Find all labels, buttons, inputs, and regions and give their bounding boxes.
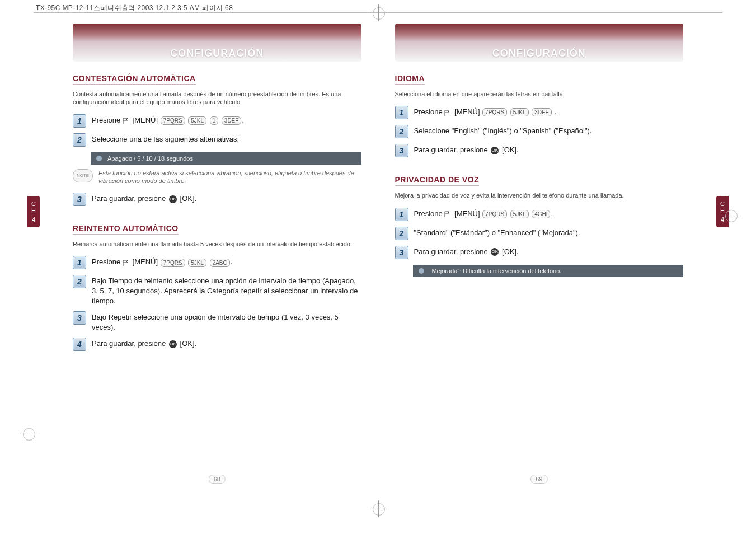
section-desc: Selecciona el idioma en que aparecerán l… (395, 90, 684, 98)
step-text-frag: Para guardar, presione (92, 194, 166, 203)
step-number-icon: 1 (395, 208, 408, 221)
step-text: Presione [MENÚ] 7PQRS 5JKL 1 3DEF. (92, 114, 244, 125)
crop-mark-bottom (370, 500, 387, 517)
step-row: 3 Para guardar, presione OK [OK]. (395, 144, 684, 157)
banner-left: CONFIGURACIÓN (73, 24, 361, 62)
option-text: Apagado / 5 / 10 / 18 segundos (107, 155, 193, 162)
note-text: Esta función no estará activa si selecci… (98, 169, 361, 185)
page-number-left: 68 (209, 475, 226, 484)
step-text: Para guardar, presione OK [OK]. (414, 246, 519, 257)
section-title-auto-answer: CONTESTACIÓN AUTOMÁTICA (73, 74, 196, 85)
section-title-auto-retry: REINTENTO AUTOMÁTICO (73, 224, 179, 235)
step-number-icon: 2 (395, 227, 408, 240)
keycap: 4GHI (532, 210, 550, 218)
step-number-icon: 3 (395, 144, 408, 157)
step-row: 1 Presione [MENÚ] 7PQRS 5JKL 4GHI. (395, 208, 684, 221)
menu-label: [MENÚ] (454, 107, 480, 116)
step-number-icon: 2 (73, 275, 86, 288)
ok-icon: OK (491, 248, 499, 256)
step-text: Bajo Tiempo de reintento seleccione una … (92, 275, 361, 306)
option-text: "Mejorada": Dificulta la intervención de… (430, 268, 562, 274)
step-text-frag: [OK]. (502, 247, 519, 256)
step-text: Para guardar, presione OK [OK]. (92, 338, 196, 349)
step-text-frag: Para guardar, presione (414, 146, 488, 154)
page-number-right: 69 (530, 475, 547, 484)
step-number-icon: 1 (73, 114, 86, 128)
step-text-frag: Para guardar, presione (92, 339, 166, 348)
step-number-icon: 3 (395, 246, 408, 259)
step-row: 3 Bajo Repetir seleccione una opción de … (73, 311, 361, 332)
step-text: Seleccione "English" ("Inglés") o "Spani… (414, 125, 592, 136)
note-row: NOTE Esta función no estará activa si se… (73, 169, 361, 185)
step-text-frag: [OK]. (180, 194, 197, 203)
keycap: 3DEF (222, 116, 242, 125)
flag-icon (444, 109, 451, 116)
ok-icon: OK (169, 340, 177, 348)
step-text-frag: [OK]. (502, 146, 519, 154)
keycap: 7PQRS (161, 116, 185, 125)
step-row: 3 Para guardar, presione OK [OK]. (395, 246, 684, 259)
chapter-tab-num: 4 (32, 216, 35, 223)
option-box: Apagado / 5 / 10 / 18 segundos (91, 152, 361, 165)
step-number-icon: 3 (73, 311, 86, 325)
ok-icon: OK (491, 147, 499, 154)
menu-label: [MENÚ] (454, 209, 480, 218)
crop-header: TX-95C MP-12-11스페니쉬출력 2003.12.1 2 3:5 AM… (36, 3, 233, 13)
keycap: 3DEF (532, 108, 552, 116)
step-text-frag: Presione (414, 209, 443, 218)
flag-icon (123, 259, 129, 266)
step-text-frag: Para guardar, presione (414, 247, 488, 256)
step-row: 1 Presione [MENÚ] 7PQRS 5JKL 3DEF . (395, 106, 684, 119)
step-text: Bajo Repetir seleccione una opción de in… (92, 311, 361, 332)
note-badge-icon: NOTE (73, 169, 93, 182)
ok-icon: OK (169, 195, 177, 203)
crop-mark-right (722, 207, 739, 224)
crop-mark-left (20, 425, 37, 442)
keycap: 5JKL (510, 210, 529, 218)
keycap: 7PQRS (482, 210, 507, 218)
page-right: CONFIGURACIÓN IDIOMA Selecciona el idiom… (378, 18, 701, 500)
step-number-icon: 4 (73, 338, 86, 351)
step-number-icon: 2 (395, 125, 408, 138)
step-row: 2 Bajo Tiempo de reintento seleccione un… (73, 275, 361, 306)
step-row: 2 Seleccione "English" ("Inglés") o "Spa… (395, 125, 684, 138)
chapter-tab-left: C H 4 (27, 196, 40, 227)
step-number-icon: 3 (73, 193, 86, 206)
option-box: "Mejorada": Dificulta la intervención de… (413, 265, 684, 277)
step-number-icon: 2 (73, 133, 86, 147)
step-text: "Standard" ("Estándar") o "Enhanced" ("M… (414, 227, 580, 238)
page-spread: CONFIGURACIÓN CONTESTACIÓN AUTOMÁTICA Co… (56, 18, 700, 500)
menu-label: [MENÚ] (133, 257, 158, 266)
step-text: Presione [MENÚ] 7PQRS 5JKL 3DEF . (414, 106, 556, 117)
step-text-frag: Presione (92, 116, 120, 124)
keycap: 5JKL (188, 116, 206, 125)
step-row: 2 "Standard" ("Estándar") o "Enhanced" (… (395, 227, 684, 240)
keycap: 2ABC (210, 259, 230, 267)
section-desc: Mejora la privacidad de voz y evita la i… (395, 191, 684, 199)
menu-label: [MENÚ] (133, 116, 158, 124)
step-text: Seleccione una de las siguientes alterna… (92, 133, 239, 144)
step-text-frag: Presione (414, 107, 443, 116)
step-number-icon: 1 (73, 256, 86, 269)
banner-right: CONFIGURACIÓN (395, 24, 684, 62)
chapter-tab-ch: C H (31, 200, 36, 214)
step-text: Presione [MENÚ] 7PQRS 5JKL 2ABC. (92, 256, 232, 267)
keycap: 5JKL (510, 108, 529, 116)
keycap: 7PQRS (161, 259, 185, 267)
keycap: 5JKL (188, 259, 206, 267)
section-desc: Remarca automáticamente una llamada hast… (73, 240, 361, 248)
section-title-voice-privacy: PRIVACIDAD DE VOZ (395, 175, 480, 186)
flag-icon (123, 117, 129, 124)
step-number-icon: 1 (395, 106, 408, 119)
keycap: 7PQRS (482, 108, 507, 116)
page-left: CONFIGURACIÓN CONTESTACIÓN AUTOMÁTICA Co… (56, 18, 378, 500)
step-row: 3 Para guardar, presione OK [OK]. (73, 193, 361, 206)
step-text: Para guardar, presione OK [OK]. (414, 144, 519, 155)
section-title-idioma: IDIOMA (395, 74, 425, 85)
flag-icon (444, 210, 451, 217)
bullet-icon (96, 156, 102, 161)
bullet-icon (419, 268, 424, 274)
step-row: 4 Para guardar, presione OK [OK]. (73, 338, 361, 351)
keycap: 1 (210, 116, 219, 125)
step-row: 1 Presione [MENÚ] 7PQRS 5JKL 1 3DEF. (73, 114, 361, 128)
